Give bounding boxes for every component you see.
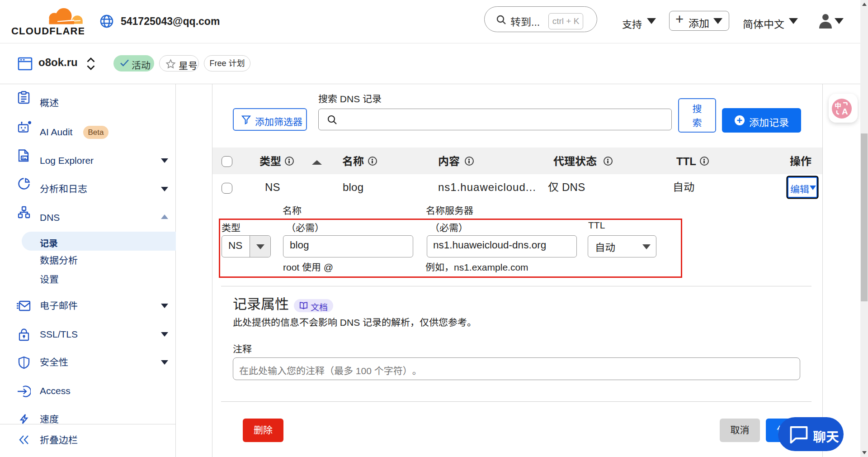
svg-text:CLOUDFLARE: CLOUDFLARE: [11, 25, 84, 36]
